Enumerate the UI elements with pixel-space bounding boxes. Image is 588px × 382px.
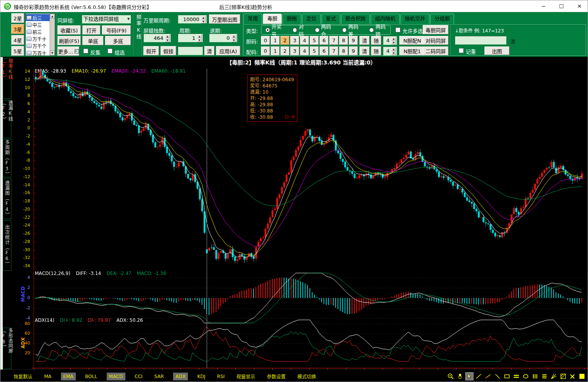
cursor-icon[interactable] <box>465 372 474 380</box>
peima-digit-7[interactable]: 7 <box>329 46 338 55</box>
danma-random-button[interactable]: 随 <box>371 36 381 45</box>
price-chart-canvas[interactable] <box>32 68 588 370</box>
position-list-item[interactable]: 万千十 <box>26 35 50 42</box>
indicator-button-MACD[interactable]: MACD <box>107 373 125 380</box>
spinner-arrows-icon[interactable]: ▲▼ <box>391 37 396 44</box>
scroll-down-icon[interactable]: ▼ <box>50 50 55 55</box>
period-spinner[interactable]: ▲▼ <box>178 34 203 42</box>
type-radio-两码跨[interactable]: 两码跨 <box>369 23 390 37</box>
ellipse-icon[interactable] <box>522 372 530 380</box>
back-period-spinner[interactable]: ▲▼ <box>209 34 237 42</box>
peima-screen-button[interactable]: 二码同屏 <box>423 46 449 55</box>
indicator-button-MA[interactable]: MA <box>42 373 54 380</box>
indicator-button-KDJ[interactable]: KDJ <box>195 373 208 380</box>
group-select-checkbox[interactable] <box>107 48 113 54</box>
tab-常用[interactable]: 常用 <box>243 14 262 24</box>
refresh-button[interactable]: 刷新(F5) <box>57 36 81 45</box>
fake-hang-button[interactable]: 假挂 <box>161 46 176 55</box>
left-tab-多周期（F3）[interactable]: 多周期（F3） <box>3 139 11 177</box>
indicator-button-模式切换[interactable]: 模式切换 <box>295 372 318 381</box>
star-button-2星[interactable]: 2星 <box>11 13 24 23</box>
peima-digit-3[interactable]: 3 <box>290 46 299 55</box>
peima-count-spinner[interactable]: ▲▼ <box>383 46 397 55</box>
peima-clear-button[interactable]: 清 <box>359 46 370 55</box>
vertical-lines-icon[interactable] <box>531 372 539 380</box>
peima-digit-6[interactable]: 6 <box>320 46 329 55</box>
fake-input[interactable] <box>178 46 203 55</box>
apply-button[interactable]: 应用(A) <box>216 46 240 55</box>
position-list-item[interactable]: 万千个 <box>26 42 50 49</box>
peima-digit-8[interactable]: 8 <box>339 46 348 55</box>
type-radio-两码差[interactable]: 两码差 <box>342 23 363 37</box>
peima-digit-5[interactable]: 5 <box>310 46 319 55</box>
star-button-4星[interactable]: 4星 <box>11 35 24 45</box>
condition-clear-button[interactable]: 清 <box>510 37 515 45</box>
type-radio-对码[interactable]: 对码 <box>293 23 309 37</box>
indicator-button-CCI[interactable]: CCI <box>132 373 145 380</box>
screen-candles-spinner[interactable]: ▲▼ <box>143 34 171 42</box>
spinner-arrows-icon[interactable]: ▲▼ <box>201 16 206 23</box>
color-swatch-icon[interactable] <box>578 372 586 380</box>
favorite-button[interactable]: 收藏(S) <box>57 25 81 35</box>
left-tab-频率K线（F1）[interactable]: 频率K线（F1） <box>3 58 11 99</box>
position-listbox[interactable]: 后三中三前三万千十万千个万百十 ▲ ▼ <box>25 13 55 56</box>
indicator-button-参数设置[interactable]: 参数设置 <box>265 372 288 381</box>
more-button[interactable]: 更多… ∨ <box>57 46 79 56</box>
danma-screen-button[interactable]: 对码同屏 <box>423 36 449 45</box>
position-list-item[interactable]: 中三 <box>26 21 50 28</box>
indicator-button-EMA[interactable]: EMA <box>61 373 76 380</box>
peima-random-button[interactable]: 随 <box>371 46 381 55</box>
line-icon[interactable] <box>475 372 483 380</box>
parallel-lines-icon[interactable] <box>512 372 520 380</box>
fake-clear-button[interactable]: 清 <box>204 46 214 55</box>
type-radio-两码合[interactable]: 两码合 <box>315 23 336 37</box>
wanliyan-period-spinner[interactable]: ▲▼ <box>178 15 207 23</box>
multi-base-button[interactable]: 多底 <box>105 36 131 45</box>
screen-group-dropdown[interactable]: 下拉选择同屏组 ▼ <box>82 15 131 23</box>
brush-icon[interactable] <box>456 372 464 380</box>
danma-digit-3[interactable]: 3 <box>290 36 299 45</box>
horizontal-lines-icon[interactable] <box>540 372 549 380</box>
spinner-arrows-icon[interactable]: ▲▼ <box>197 34 202 41</box>
tooltip-pin-icon[interactable] <box>285 115 288 118</box>
tooltip-close-icon[interactable]: ✕ <box>291 114 295 120</box>
position-list-item[interactable]: 后三 <box>26 14 50 21</box>
indicator-button-SAR[interactable]: SAR <box>152 373 166 380</box>
danma-digit-4[interactable]: 4 <box>300 36 309 45</box>
danma-digit-6[interactable]: 6 <box>320 36 329 45</box>
indicator-button-恢复默认[interactable]: 恢复默认 <box>11 372 35 381</box>
left-tab-出次统计（F6）[interactable]: 出次统计（F6） <box>3 220 11 271</box>
peima-digit-1[interactable]: 1 <box>271 46 280 55</box>
danma-count-spinner[interactable]: ▲▼ <box>383 36 397 45</box>
delete-x-icon[interactable] <box>568 372 577 380</box>
plot-button[interactable]: 出图 <box>484 46 509 55</box>
candle-info-tooltip[interactable]: 期号: 240619-0649奖号: 64675遗漏: 10开: -29.88高… <box>247 75 297 122</box>
open-button[interactable]: 打开 <box>82 25 100 35</box>
tab-分组胆[interactable]: 分组胆 <box>430 14 454 24</box>
spinner-arrows-icon[interactable]: ▲▼ <box>165 34 170 41</box>
rectangle-icon[interactable] <box>503 372 511 380</box>
position-list-item[interactable]: 前三 <box>26 28 50 35</box>
spinner-arrows-icon[interactable]: ▲▼ <box>231 34 236 41</box>
du-dan-screen-button[interactable]: 毒胆同屏 <box>423 25 449 34</box>
indicator-button-ADX[interactable]: ADX <box>173 373 188 380</box>
danma-digit-1[interactable]: 1 <box>271 36 280 45</box>
crossed-box-icon[interactable] <box>559 372 567 380</box>
danma-digit-7[interactable]: 7 <box>329 36 338 45</box>
zoom-in-icon[interactable] <box>447 372 455 380</box>
minimize-button[interactable]: ─ <box>534 0 552 12</box>
single-base-button[interactable]: 单底 <box>82 36 104 45</box>
peima-digit-4[interactable]: 4 <box>300 46 309 55</box>
tab-随机交并[interactable]: 随机交并 <box>400 14 429 24</box>
danma-digit-9[interactable]: 9 <box>349 36 358 45</box>
indicator-button-BOLL[interactable]: BOLL <box>83 373 100 380</box>
indicator-button-视窗显示[interactable]: 视窗显示 <box>234 372 257 381</box>
peima-digit-2[interactable]: 2 <box>281 46 290 55</box>
remember-checkbox[interactable] <box>459 48 464 53</box>
danma-digit-2[interactable]: 2 <box>281 36 290 45</box>
danma-clear-button[interactable]: 清 <box>359 36 370 45</box>
wanliyan-plot-button[interactable]: 万里眼出图 <box>209 14 240 24</box>
peima-digit-9[interactable]: 9 <box>349 46 358 55</box>
close-button[interactable]: ✕ <box>570 0 588 12</box>
spinner-arrows-icon[interactable]: ▲▼ <box>391 47 396 55</box>
